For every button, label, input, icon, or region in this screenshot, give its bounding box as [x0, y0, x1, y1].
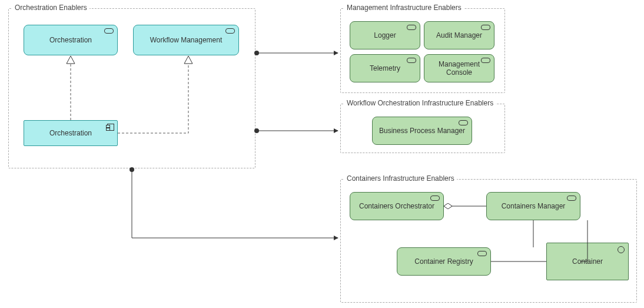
- element-label: Containers Orchestrator: [359, 202, 434, 210]
- element-container[interactable]: Container: [546, 243, 629, 280]
- element-label: Orchestration: [49, 129, 92, 137]
- stereotype-icon: [477, 251, 487, 256]
- stereotype-icon: [481, 58, 490, 63]
- element-containers-manager[interactable]: Containers Manager: [486, 192, 580, 220]
- element-label: Workflow Management: [150, 36, 223, 44]
- element-label: Container Registry: [414, 257, 473, 266]
- element-business-process-manager[interactable]: Business Process Manager: [372, 117, 472, 145]
- element-label: Orchestration: [49, 36, 92, 44]
- element-management-console[interactable]: Management Console: [424, 54, 494, 82]
- stereotype-icon: [407, 58, 416, 63]
- element-label: Business Process Manager: [379, 127, 465, 135]
- group-title-orchestration: Orchestration Enablers: [12, 4, 89, 12]
- element-label: Container: [572, 257, 603, 266]
- element-telemetry[interactable]: Telemetry: [350, 54, 420, 82]
- element-workflow-management[interactable]: Workflow Management: [133, 25, 239, 55]
- component-icon: [107, 124, 114, 131]
- element-logger[interactable]: Logger: [350, 21, 420, 49]
- stereotype-icon: [430, 196, 440, 201]
- element-container-registry[interactable]: Container Registry: [397, 247, 491, 276]
- stereotype-icon: [407, 25, 416, 30]
- group-title-workflow: Workflow Orchestration Infrastructure En…: [344, 99, 496, 107]
- stereotype-icon: [481, 25, 490, 30]
- element-label: Management Console: [428, 60, 490, 77]
- element-label: Logger: [374, 31, 396, 39]
- node-icon: [618, 246, 625, 253]
- element-label: Telemetry: [370, 64, 400, 72]
- element-label: Containers Manager: [502, 202, 566, 210]
- element-audit-manager[interactable]: Audit Manager: [424, 21, 494, 49]
- element-orchestration-component[interactable]: Orchestration: [24, 120, 118, 146]
- element-label: Audit Manager: [436, 31, 482, 39]
- stereotype-icon: [225, 28, 235, 34]
- stereotype-icon: [104, 28, 114, 34]
- group-title-mgmt: Management Infrastructure Enablers: [344, 4, 464, 12]
- stereotype-icon: [459, 120, 468, 125]
- group-title-containers: Containers Infrastructure Enablers: [344, 174, 457, 183]
- stereotype-icon: [567, 196, 576, 201]
- element-containers-orchestrator[interactable]: Containers Orchestrator: [350, 192, 444, 220]
- element-orchestration[interactable]: Orchestration: [24, 25, 118, 55]
